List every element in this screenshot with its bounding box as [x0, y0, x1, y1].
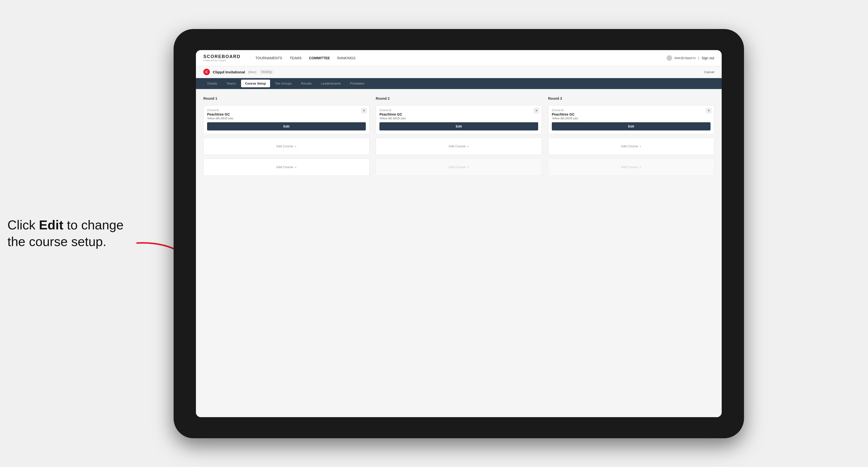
round-1-add-course-1-label: Add Course	[276, 144, 293, 148]
round-2-title: Round 2	[376, 96, 542, 100]
round-3-delete-button[interactable]: ✕	[706, 108, 712, 113]
round-3-add-course-2: Add Course +	[548, 158, 714, 176]
round-2-delete-button[interactable]: ✕	[534, 108, 539, 113]
tab-results[interactable]: Results	[297, 80, 316, 87]
cancel-button[interactable]: Cancel	[704, 70, 714, 74]
logo-subtitle: Powered by clippd	[204, 59, 241, 62]
brand-icon: C	[204, 69, 210, 75]
tab-leaderboards[interactable]: Leaderboards	[317, 80, 345, 87]
nav-right: blair@clippd.io | Sign out	[666, 55, 714, 61]
tab-bar: Details Teams Course Setup Tee Groups Re…	[196, 78, 722, 89]
round-2-add-course-1-plus: +	[467, 144, 469, 148]
round-1-add-course-2-plus: +	[294, 165, 297, 169]
round-2-column: Round 2 ✕ (Course A) Peachtree GC Yellow…	[376, 96, 542, 176]
sub-header-left: C Clippd Invitational (Men) Hosting	[204, 69, 274, 75]
round-1-add-course-2[interactable]: Add Course +	[204, 158, 370, 176]
round-3-course-label: (Course A)	[552, 109, 711, 112]
nav-tournaments[interactable]: TOURNAMENTS	[255, 55, 282, 61]
round-2-course-card: ✕ (Course A) Peachtree GC Yellow (M) (66…	[376, 105, 542, 134]
round-2-course-details: Yellow (M) (6629 yds)	[379, 117, 538, 120]
round-3-column: Round 3 ✕ (Course A) Peachtree GC Yellow…	[548, 96, 714, 176]
round-2-add-course-1[interactable]: Add Course +	[376, 138, 542, 155]
hosting-badge: Hosting	[259, 70, 274, 74]
main-content: Round 1 ✕ (Course A) Peachtree GC Yellow…	[196, 89, 722, 417]
round-2-add-course-2-label: Add Course	[448, 165, 466, 169]
user-email: blair@clippd.io	[675, 56, 695, 60]
round-2-course-label: (Course A)	[379, 109, 538, 112]
round-1-delete-button[interactable]: ✕	[361, 108, 367, 113]
round-2-add-course-1-label: Add Course	[448, 144, 466, 148]
logo-title: SCOREBOARD	[204, 54, 241, 59]
rounds-container: Round 1 ✕ (Course A) Peachtree GC Yellow…	[204, 96, 714, 176]
round-3-add-course-1[interactable]: Add Course +	[548, 138, 714, 155]
sub-header: C Clippd Invitational (Men) Hosting Canc…	[196, 66, 722, 78]
round-1-add-course-1-plus: +	[294, 144, 297, 148]
round-3-add-course-1-label: Add Course	[621, 144, 638, 148]
round-1-course-label: (Course A)	[207, 109, 366, 112]
round-1-add-course-1[interactable]: Add Course +	[204, 138, 370, 155]
round-3-edit-button[interactable]: Edit	[552, 122, 711, 130]
round-3-course-name: Peachtree GC	[552, 112, 711, 116]
round-1-course-card: ✕ (Course A) Peachtree GC Yellow (M) (66…	[204, 105, 370, 134]
round-3-add-course-1-plus: +	[639, 144, 641, 148]
nav-committee[interactable]: COMMITTEE	[309, 55, 330, 61]
round-2-add-course-2: Add Course +	[376, 158, 542, 176]
nav-teams[interactable]: TEAMS	[290, 55, 302, 61]
user-avatar	[666, 55, 672, 61]
top-nav: SCOREBOARD Powered by clippd TOURNAMENTS…	[196, 50, 722, 66]
scoreboard-logo: SCOREBOARD Powered by clippd	[204, 54, 241, 62]
round-2-add-course-2-plus: +	[467, 165, 469, 169]
tablet-screen: SCOREBOARD Powered by clippd TOURNAMENTS…	[196, 50, 722, 417]
round-1-course-details: Yellow (M) (6629 yds)	[207, 117, 366, 120]
sign-out-link[interactable]: Sign out	[702, 55, 714, 61]
tab-tee-groups[interactable]: Tee Groups	[271, 80, 296, 87]
round-3-course-details: Yellow (M) (6629 yds)	[552, 117, 711, 120]
nav-separator: |	[698, 56, 699, 60]
round-1-title: Round 1	[204, 96, 370, 100]
nav-links: TOURNAMENTS TEAMS COMMITTEE RANKINGS	[255, 55, 657, 61]
round-3-course-card: ✕ (Course A) Peachtree GC Yellow (M) (66…	[548, 105, 714, 134]
tab-printables[interactable]: Printables	[346, 80, 368, 87]
tournament-name: Clippd Invitational	[213, 70, 245, 74]
instruction-text: Click Edit to change the course setup.	[7, 217, 136, 250]
round-1-add-course-2-label: Add Course	[276, 165, 293, 169]
round-3-add-course-2-label: Add Course	[621, 165, 638, 169]
nav-rankings[interactable]: RANKINGS	[337, 55, 355, 61]
round-2-course-name: Peachtree GC	[379, 112, 538, 116]
tablet-device: SCOREBOARD Powered by clippd TOURNAMENTS…	[174, 29, 744, 438]
round-1-column: Round 1 ✕ (Course A) Peachtree GC Yellow…	[204, 96, 370, 176]
round-1-course-name: Peachtree GC	[207, 112, 366, 116]
round-3-add-course-2-plus: +	[639, 165, 641, 169]
round-1-edit-button[interactable]: Edit	[207, 122, 366, 130]
round-3-title: Round 3	[548, 96, 714, 100]
tab-details[interactable]: Details	[204, 80, 221, 87]
round-2-edit-button[interactable]: Edit	[379, 122, 538, 130]
tournament-gender: (Men)	[248, 70, 256, 74]
tab-course-setup[interactable]: Course Setup	[241, 80, 270, 87]
tab-teams[interactable]: Teams	[222, 80, 240, 87]
